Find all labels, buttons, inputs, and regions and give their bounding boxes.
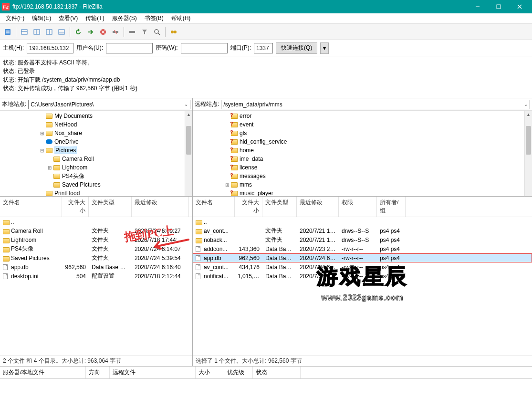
refresh-button[interactable] bbox=[73, 26, 84, 38]
list-item[interactable]: Lightroom文件夹2020/7/18 17:44:... bbox=[0, 235, 192, 244]
svg-point-25 bbox=[174, 31, 177, 33]
list-item[interactable]: desktop.ini504配置设置2020/7/18 2:12:44 bbox=[0, 272, 192, 281]
process-queue-button[interactable] bbox=[85, 26, 96, 38]
tree-item[interactable]: event bbox=[194, 120, 531, 129]
local-tree[interactable]: My DocumentsNetHood⊞Nox_shareOneDrive⊟Pi… bbox=[0, 111, 192, 197]
queue-column-header[interactable]: 方向 bbox=[86, 367, 110, 378]
column-header[interactable]: 文件类型 bbox=[89, 197, 132, 217]
column-header[interactable]: 文件名 bbox=[0, 197, 62, 217]
tree-item[interactable]: messages bbox=[194, 172, 531, 180]
tree-item[interactable]: PS4头像 bbox=[1, 172, 191, 180]
list-item[interactable]: notificat...1,015,808Data Base...2020/7/… bbox=[193, 272, 532, 281]
list-item[interactable]: noback...文件夹2020/7/21 13...drws--S--Sps4… bbox=[193, 235, 532, 244]
queue-column-header[interactable]: 大小 bbox=[196, 367, 224, 378]
tree-item[interactable]: gls bbox=[194, 129, 531, 137]
tree-item[interactable]: OneDrive bbox=[1, 137, 191, 146]
remote-path-combo[interactable]: /system_data/priv/mms⌄ bbox=[221, 100, 530, 109]
menu-item[interactable]: 传输(T) bbox=[82, 13, 108, 23]
menu-item[interactable]: 编辑(E) bbox=[28, 13, 55, 23]
host-input[interactable] bbox=[27, 43, 73, 53]
maximize-button[interactable] bbox=[488, 0, 509, 13]
queue-column-header[interactable]: 服务器/本地文件 bbox=[0, 367, 86, 378]
titlebar: Fz ftp://192.168.50.132:1337 - FileZilla bbox=[0, 0, 532, 13]
column-header[interactable]: 权限 bbox=[339, 197, 377, 217]
tree-item[interactable]: Camera Roll bbox=[1, 155, 191, 163]
username-input[interactable] bbox=[106, 43, 153, 53]
tree-item[interactable]: license bbox=[194, 163, 531, 172]
close-button[interactable] bbox=[509, 0, 530, 13]
toggle-queue-button[interactable] bbox=[56, 26, 67, 38]
toggle-local-tree-button[interactable] bbox=[31, 26, 42, 38]
svg-line-23 bbox=[158, 33, 160, 35]
list-item[interactable]: app.db962,560Data Base...2020/7/24 6:...… bbox=[193, 253, 532, 262]
tree-item[interactable]: error bbox=[194, 112, 531, 120]
list-item[interactable]: av_cont...文件夹2020/7/21 13...drws--S--Sps… bbox=[193, 226, 532, 235]
toggle-log-button[interactable] bbox=[19, 26, 30, 38]
log-line: 状态: 服务器不支持非 ASCII 字符。 bbox=[3, 58, 529, 67]
cancel-button[interactable] bbox=[97, 26, 109, 38]
list-item[interactable]: .. bbox=[193, 217, 532, 226]
tree-item[interactable]: ⊞Nox_share bbox=[1, 129, 191, 137]
quickconnect-dropdown[interactable]: ▾ bbox=[320, 42, 329, 54]
menu-item[interactable]: 书签(B) bbox=[141, 13, 167, 23]
list-item[interactable]: app.db962,560Data Base File2020/7/24 6:1… bbox=[0, 262, 192, 272]
column-header[interactable]: 所有者/组 bbox=[377, 197, 406, 217]
user-label: 用户名(U): bbox=[76, 44, 103, 52]
password-input[interactable] bbox=[181, 43, 228, 53]
remote-tree[interactable]: erroreventglshid_config_servicehomeime_d… bbox=[193, 111, 532, 197]
menu-item[interactable]: 帮助(H) bbox=[167, 13, 195, 23]
compare-button[interactable] bbox=[168, 26, 179, 38]
column-header[interactable]: 文件名 bbox=[193, 197, 235, 217]
menu-item[interactable]: 查看(V) bbox=[55, 13, 82, 23]
column-header[interactable]: 文件大小 bbox=[62, 197, 89, 217]
svg-rect-21 bbox=[129, 31, 135, 33]
remote-file-list[interactable]: 文件名文件大小文件类型最近修改权限所有者/组 ..av_cont...文件夹20… bbox=[193, 197, 532, 356]
site-manager-button[interactable] bbox=[2, 26, 13, 38]
list-item[interactable]: av_cont...434,176Data Base...2020/7/24 6… bbox=[193, 262, 532, 272]
svg-rect-11 bbox=[46, 30, 52, 34]
list-item[interactable]: Camera Roll文件夹2020/7/24 6:09:27 bbox=[0, 226, 192, 235]
list-item[interactable]: Saved Pictures文件夹2020/7/24 5:39:54 bbox=[0, 253, 192, 262]
tree-item[interactable]: home bbox=[194, 146, 531, 155]
log-line: 状态: 文件传输成功，传输了 962,560 字节 (用时1 秒) bbox=[3, 84, 529, 93]
svg-rect-5 bbox=[6, 31, 10, 31]
port-input[interactable] bbox=[254, 43, 273, 53]
tree-item[interactable]: ⊞Lightroom bbox=[1, 163, 191, 172]
transfer-queue[interactable]: 服务器/本地文件方向远程文件大小优先级状态 bbox=[0, 367, 532, 398]
disconnect-button[interactable] bbox=[110, 26, 121, 38]
column-header[interactable]: 最近修改 bbox=[132, 197, 189, 217]
queue-column-header[interactable]: 状态 bbox=[253, 367, 301, 378]
toolbar bbox=[0, 24, 532, 40]
remote-site-label: 远程站点: bbox=[195, 100, 219, 108]
list-item[interactable]: .. bbox=[0, 217, 192, 226]
tree-item[interactable]: ⊞mms bbox=[194, 180, 531, 189]
svg-rect-4 bbox=[5, 29, 10, 35]
filter-button[interactable] bbox=[139, 26, 150, 38]
local-file-list[interactable]: 文件名文件大小文件类型最近修改 ..Camera Roll文件夹2020/7/2… bbox=[0, 197, 192, 356]
queue-column-header[interactable]: 远程文件 bbox=[110, 367, 196, 378]
message-log[interactable]: 状态: 服务器不支持非 ASCII 字符。状态: 已登录状态: 开始下载 /sy… bbox=[0, 56, 532, 98]
minimize-button[interactable] bbox=[467, 0, 488, 13]
local-path-combo[interactable]: C:\Users\Jason\Pictures\⌄ bbox=[28, 100, 190, 109]
list-item[interactable]: addcon...143,360Data Base...2020/7/23 20… bbox=[193, 244, 532, 253]
quickconnect-button[interactable]: 快速连接(Q) bbox=[276, 42, 317, 54]
tree-item[interactable]: PrintHood bbox=[1, 189, 191, 197]
menu-item[interactable]: 服务器(S) bbox=[108, 13, 141, 23]
tree-item[interactable]: ⊟Pictures bbox=[1, 146, 191, 155]
column-header[interactable]: 最近修改 bbox=[297, 197, 339, 217]
tree-item[interactable]: My Documents bbox=[1, 112, 191, 120]
column-header[interactable]: 文件类型 bbox=[262, 197, 297, 217]
tree-item[interactable]: music_player bbox=[194, 189, 531, 197]
toggle-remote-tree-button[interactable] bbox=[43, 26, 55, 38]
queue-column-header[interactable]: 优先级 bbox=[224, 367, 253, 378]
local-status: 2 个文件 和 4 个目录。大小总计: 963,064 字节 bbox=[0, 356, 192, 366]
tree-item[interactable]: Saved Pictures bbox=[1, 180, 191, 189]
search-button[interactable] bbox=[151, 26, 163, 38]
tree-item[interactable]: ime_data bbox=[194, 155, 531, 163]
tree-item[interactable]: hid_config_service bbox=[194, 137, 531, 146]
menu-item[interactable]: 文件(F) bbox=[2, 13, 28, 23]
column-header[interactable]: 文件大小 bbox=[235, 197, 262, 217]
list-item[interactable]: PS4头像文件夹2020/7/24 6:14:07 bbox=[0, 244, 192, 253]
tree-item[interactable]: NetHood bbox=[1, 120, 191, 129]
reconnect-button[interactable] bbox=[126, 26, 138, 38]
